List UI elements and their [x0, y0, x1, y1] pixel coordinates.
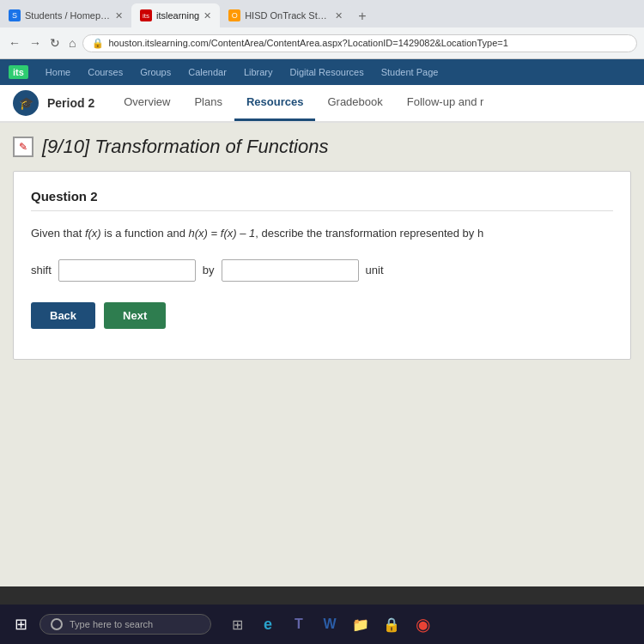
answer-row: shift by unit: [31, 259, 613, 282]
search-input: Type here to search: [70, 619, 153, 629]
security-icon[interactable]: 🔒: [380, 612, 404, 636]
address-text: houston.itslearning.com/ContentArea/Cont…: [108, 38, 507, 48]
nav-groups[interactable]: Groups: [140, 67, 171, 77]
edge-icon[interactable]: e: [256, 612, 280, 636]
tab-students-label: Students / Homepage: [25, 10, 111, 21]
tab-hisd-close[interactable]: ✕: [335, 10, 343, 21]
page-title-bar: ✎ [9/10] Transformation of Functions: [13, 136, 631, 158]
nav-courses[interactable]: Courses: [88, 67, 123, 77]
address-input[interactable]: 🔒 houston.itslearning.com/ContentArea/Co…: [82, 34, 637, 52]
course-icon: 🎓: [13, 90, 39, 116]
address-bar: ← → ↻ ⌂ 🔒 houston.itslearning.com/Conten…: [0, 27, 644, 58]
forward-button[interactable]: →: [27, 34, 43, 52]
task-view-icon[interactable]: ⊞: [225, 612, 249, 636]
tab-itslearning-close[interactable]: ✕: [204, 10, 211, 21]
tab-hisd-label: HISD OnTrack Student | Illuminat: [245, 10, 331, 21]
page-title: [9/10] Transformation of Functions: [42, 136, 328, 158]
teams-icon[interactable]: T: [287, 612, 311, 636]
next-button[interactable]: Next: [104, 302, 166, 329]
tab-bar: S Students / Homepage ✕ its itslearning …: [0, 0, 644, 27]
word-icon[interactable]: W: [318, 612, 342, 636]
tab-itslearning[interactable]: its itslearning ✕: [131, 3, 220, 27]
reload-button[interactable]: ↻: [48, 34, 62, 52]
question-header: Question 2: [31, 189, 613, 211]
its-logo: its: [9, 65, 28, 79]
its-nav: its Home Courses Groups Calendar Library…: [0, 59, 644, 85]
content-card: Question 2 Given that f(x) is a function…: [13, 171, 631, 360]
by-label: by: [203, 264, 215, 276]
course-tabs: 🎓 Period 2 Overview Plans Resources Grad…: [0, 85, 644, 123]
button-row: Back Next: [31, 302, 613, 329]
lock-icon: 🔒: [92, 38, 104, 49]
start-button[interactable]: ⊞: [7, 611, 34, 638]
tab-favicon-hisd: O: [228, 9, 240, 21]
shift-label: shift: [31, 264, 52, 276]
tab-students[interactable]: S Students / Homepage ✕: [0, 3, 131, 27]
new-tab-button[interactable]: +: [351, 5, 373, 27]
chrome-icon[interactable]: ◉: [410, 612, 434, 636]
nav-library[interactable]: Library: [244, 67, 273, 77]
tab-resources[interactable]: Resources: [234, 85, 315, 121]
tab-itslearning-label: itslearning: [156, 10, 199, 21]
taskbar-search[interactable]: Type here to search: [39, 614, 211, 635]
browser-chrome: S Students / Homepage ✕ its itslearning …: [0, 0, 644, 59]
back-button[interactable]: ←: [7, 34, 22, 52]
tab-favicon-its: its: [140, 9, 152, 21]
taskbar-icons: ⊞ e T W 📁 🔒 ◉: [225, 612, 434, 636]
tab-followup[interactable]: Follow-up and r: [395, 85, 496, 121]
home-button[interactable]: ⌂: [67, 34, 77, 52]
period-label: Period 2: [47, 96, 94, 110]
tab-favicon-students: S: [9, 9, 21, 21]
tab-gradebook[interactable]: Gradebook: [315, 85, 394, 121]
taskbar: ⊞ Type here to search ⊞ e T W 📁 🔒 ◉: [0, 605, 644, 644]
nav-digital-resources[interactable]: Digital Resources: [290, 67, 364, 77]
nav-home[interactable]: Home: [46, 67, 70, 77]
tab-plans[interactable]: Plans: [182, 85, 234, 121]
question-text: Given that f(x) is a function and h(x) =…: [31, 225, 613, 242]
search-circle-icon: [51, 618, 63, 630]
tab-hisd[interactable]: O HISD OnTrack Student | Illuminat ✕: [220, 3, 351, 27]
tab-students-close[interactable]: ✕: [115, 10, 123, 21]
file-explorer-icon[interactable]: 📁: [349, 612, 373, 636]
nav-student-page[interactable]: Student Page: [381, 67, 439, 77]
page-content: ✎ [9/10] Transformation of Functions Que…: [0, 123, 644, 586]
nav-calendar[interactable]: Calendar: [188, 67, 227, 77]
shift-input[interactable]: [58, 259, 196, 282]
tab-overview[interactable]: Overview: [112, 85, 182, 121]
back-button[interactable]: Back: [31, 302, 95, 329]
by-input[interactable]: [222, 259, 359, 282]
unit-label: unit: [366, 264, 384, 276]
page-title-icon: ✎: [13, 137, 33, 157]
